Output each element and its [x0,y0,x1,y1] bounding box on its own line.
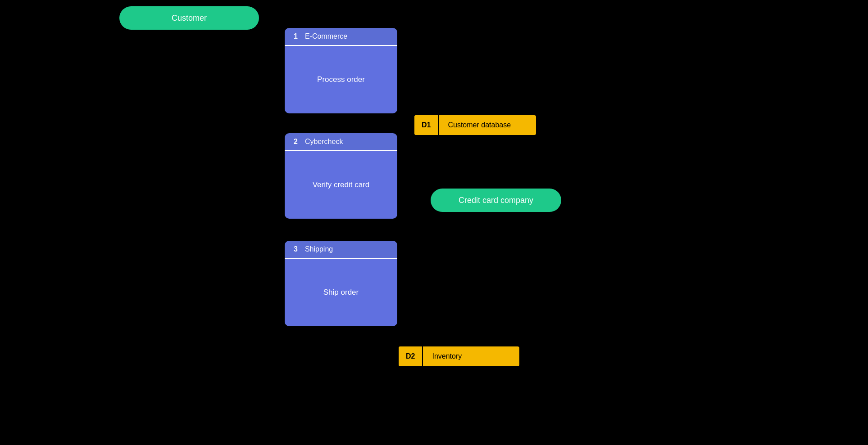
credit-card-company-pill: Credit card company [431,189,561,212]
process-box-ecommerce-body: Process order [285,46,397,113]
process-box-shipping-num: 3 [294,245,298,253]
process-box-shipping-body: Ship order [285,259,397,326]
process-box-ecommerce-num: 1 [294,32,298,40]
process-box-ecommerce-body-label: Process order [317,75,365,84]
process-box-cybercheck-body-label: Verify credit card [313,180,370,189]
credit-card-pill-label: Credit card company [459,196,533,205]
process-box-ecommerce: 1 E-Commerce Process order [285,28,397,113]
process-box-shipping-header: 3 Shipping [285,241,397,259]
process-box-cybercheck: 2 Cybercheck Verify credit card [285,133,397,219]
process-box-cybercheck-num: 2 [294,138,298,146]
data-store-d2-id: D2 [399,346,423,366]
process-box-shipping-body-label: Ship order [323,288,359,297]
customer-pill: Customer [119,6,259,30]
process-box-shipping-title: Shipping [305,245,333,253]
data-store-d1-label: Customer database [439,121,520,129]
process-box-ecommerce-header: 1 E-Commerce [285,28,397,46]
process-box-cybercheck-title: Cybercheck [305,138,343,146]
data-store-d2-label: Inventory [423,352,471,360]
data-store-d1: D1 Customer database [414,115,536,135]
process-box-cybercheck-header: 2 Cybercheck [285,133,397,151]
process-box-shipping: 3 Shipping Ship order [285,241,397,326]
process-box-cybercheck-body: Verify credit card [285,151,397,219]
process-box-ecommerce-title: E-Commerce [305,32,347,40]
customer-pill-label: Customer [172,13,207,23]
data-store-d2: D2 Inventory [399,346,519,366]
data-store-d1-id: D1 [414,115,439,135]
